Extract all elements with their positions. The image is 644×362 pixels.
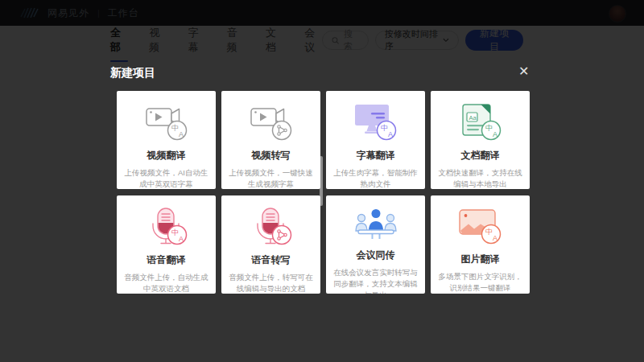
svg-text:A: A [179,235,184,243]
video-translate-icon: 中 A [144,103,189,142]
card-title: 图片翻译 [461,253,500,266]
card-subtitle-translate[interactable]: 中 A 字幕翻译 上传生肉字幕，智能制作熟肉文件 [326,91,425,189]
card-desc: 文档快速翻译，支持在线编辑与本地导出 [431,167,530,189]
card-title: 视频翻译 [147,149,186,162]
card-desc: 上传生肉字幕，智能制作熟肉文件 [326,167,425,189]
card-audio-transcribe[interactable]: 语音转写 音频文件上传，转写可在线编辑与导出的文档 [221,195,320,294]
card-video-transcribe[interactable]: 视频转写 上传视频文件，一键快速生成视频字幕 [221,91,320,189]
scrollbar-thumb[interactable] [320,156,323,206]
svg-text:A: A [179,130,184,138]
card-desc: 音频文件上传，转写可在线编辑与导出的文档 [221,272,320,294]
image-translate-icon: 中 A [458,208,503,245]
svg-text:A: A [493,130,497,138]
card-document-translate[interactable]: Aa 中 A 文档翻译 文档快速翻译，支持在线编辑与本地导出 [431,91,530,189]
svg-text:中: 中 [171,124,179,132]
card-title: 视频转写 [252,149,291,162]
card-video-translate[interactable]: 中 A 视频翻译 上传视频文件，AI自动生成中英双语字幕 [117,91,216,189]
project-type-grid: 中 A 视频翻译 上传视频文件，AI自动生成中英双语字幕 [117,91,530,294]
svg-text:A: A [388,130,393,138]
close-icon[interactable]: ✕ [518,65,529,78]
svg-text:中: 中 [381,124,388,132]
video-transcribe-icon [249,103,294,142]
modal-title: 新建项目 [110,66,155,80]
card-image-translate[interactable]: 中 A 图片翻译 多场景下图片文字识别，识别结果一键翻译 [431,195,530,294]
card-title: 语音转写 [252,253,291,267]
card-desc: 上传视频文件，AI自动生成中英双语字幕 [117,167,216,189]
card-title: 会议同传 [357,249,395,262]
card-audio-translate[interactable]: 中 A 语音翻译 音频文件上传，自动生成中英双语文档 [117,195,216,294]
app-window: 网易见外 | 工作台 全部 视频 字幕 音频 文档 会议 搜索 按修改时间排序 [0,0,644,362]
card-desc: 上传视频文件，一键快速生成视频字幕 [221,167,320,189]
svg-text:Aa: Aa [469,114,477,121]
svg-text:中: 中 [485,228,493,236]
svg-text:A: A [493,234,497,242]
document-translate-icon: Aa 中 A [458,103,503,142]
card-meeting-interpret[interactable]: 会议同传 在线会议发言实时转写与同步翻译，支持文本编辑与导出 [326,195,425,294]
svg-text:中: 中 [171,228,179,237]
audio-translate-icon: 中 A [144,208,189,246]
svg-text:中: 中 [485,124,493,132]
card-desc: 在线会议发言实时转写与同步翻译，支持文本编辑与导出 [326,267,425,294]
card-title: 语音翻译 [147,253,186,267]
card-title: 文档翻译 [461,149,500,162]
new-project-modal: 新建项目 ✕ 中 A 视频翻译 上传视频文件，AI自动生成中 [0,0,644,362]
card-desc: 多场景下图片文字识别，识别结果一键翻译 [431,271,530,294]
card-desc: 音频文件上传，自动生成中英双语文档 [117,272,216,294]
meeting-interpret-icon [353,208,398,241]
audio-transcribe-icon [249,208,294,246]
card-title: 字幕翻译 [357,149,395,162]
subtitle-translate-icon: 中 A [353,103,398,142]
